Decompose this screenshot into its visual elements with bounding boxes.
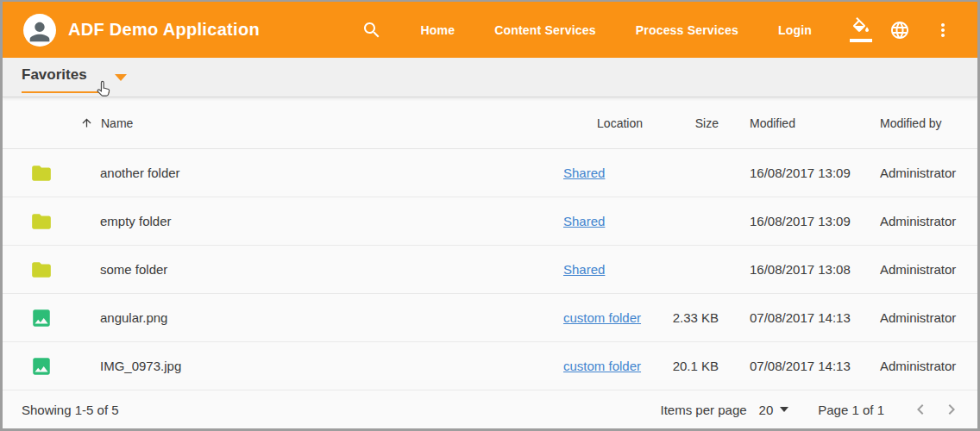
modified-cell: 16/08/2017 13:09 xyxy=(719,166,862,180)
column-header-size[interactable]: Size xyxy=(650,116,719,130)
table-row[interactable]: IMG_0973.jpg custom folder 20.1 KB 07/08… xyxy=(3,342,977,390)
location-link[interactable]: custom folder xyxy=(563,310,641,325)
row-type-icon-cell xyxy=(3,259,80,281)
table-header-row: Name Location Size Modified Modified by xyxy=(3,97,977,149)
location-link[interactable]: Shared xyxy=(563,166,605,180)
table-body: another folder Shared 16/08/2017 13:09 A… xyxy=(3,149,977,390)
file-name: empty folder xyxy=(80,214,563,228)
file-name: angular.png xyxy=(80,310,563,325)
table-row[interactable]: some folder Shared 16/08/2017 13:08 Admi… xyxy=(3,246,977,294)
folder-icon xyxy=(30,210,53,233)
table-row[interactable]: angular.png custom folder 2.33 KB 07/08/… xyxy=(3,294,977,342)
image-icon xyxy=(30,355,53,378)
chevron-right-icon xyxy=(941,399,962,420)
theme-color-underline xyxy=(850,39,872,42)
folder-icon xyxy=(30,259,53,281)
column-header-location[interactable]: Location xyxy=(563,116,650,130)
favorites-file-table: Name Location Size Modified Modified by … xyxy=(3,97,977,390)
modified-by-cell: Administrator xyxy=(862,310,977,325)
folder-icon xyxy=(30,162,53,184)
location-link[interactable]: Shared xyxy=(563,262,605,277)
file-name: another folder xyxy=(80,166,563,180)
location-link[interactable]: Shared xyxy=(563,214,605,228)
column-header-name[interactable]: Name xyxy=(80,116,563,130)
column-header-modified[interactable]: Modified xyxy=(719,116,862,130)
row-type-icon-cell xyxy=(3,355,80,378)
app-title: ADF Demo Application xyxy=(68,20,260,40)
nav-home[interactable]: Home xyxy=(420,23,455,37)
column-header-modified-by[interactable]: Modified by xyxy=(862,116,977,130)
file-name: some folder xyxy=(80,262,563,277)
sort-ascending-icon xyxy=(80,116,93,129)
search-icon[interactable] xyxy=(361,20,382,41)
row-type-icon-cell xyxy=(3,210,80,233)
size-cell: 20.1 KB xyxy=(650,359,719,373)
page-indicator: Page 1 of 1 xyxy=(818,403,884,417)
location-cell: Shared xyxy=(563,166,650,180)
user-avatar[interactable] xyxy=(23,14,56,47)
color-fill-icon[interactable] xyxy=(850,17,872,42)
app-header: ADF Demo Application Home Content Servic… xyxy=(3,2,977,58)
language-globe-icon[interactable] xyxy=(889,20,910,41)
chevron-down-icon[interactable] xyxy=(115,74,127,81)
modified-by-cell: Administrator xyxy=(862,359,977,373)
modified-by-cell: Administrator xyxy=(862,166,977,180)
items-per-page-value: 20 xyxy=(759,403,774,417)
nav-process-services[interactable]: Process Services xyxy=(636,23,738,37)
file-name: IMG_0973.jpg xyxy=(80,359,563,373)
size-cell: 2.33 KB xyxy=(650,310,719,325)
location-cell: custom folder xyxy=(563,359,650,373)
person-icon xyxy=(25,17,54,47)
location-link[interactable]: custom folder xyxy=(563,359,641,373)
showing-count: Showing 1-5 of 5 xyxy=(22,403,119,417)
image-icon xyxy=(30,307,53,329)
previous-page-button[interactable] xyxy=(910,399,931,420)
favorites-tab[interactable]: Favorites xyxy=(22,66,127,93)
favorites-title: Favorites xyxy=(22,66,110,93)
header-nav: Home Content Services Process Services L… xyxy=(361,17,977,42)
modified-cell: 16/08/2017 13:08 xyxy=(719,262,862,277)
pagination-footer: Showing 1-5 of 5 Items per page 20 Page … xyxy=(3,390,977,428)
location-cell: custom folder xyxy=(563,310,650,325)
adf-demo-window: ADF Demo Application Home Content Servic… xyxy=(0,0,980,431)
more-vert-icon[interactable] xyxy=(933,20,953,41)
table-row[interactable]: empty folder Shared 16/08/2017 13:09 Adm… xyxy=(3,197,977,246)
items-per-page-select[interactable]: 20 xyxy=(759,403,789,417)
modified-cell: 07/08/2017 14:13 xyxy=(719,310,862,325)
favorites-toolbar: Favorites xyxy=(3,58,977,97)
nav-login[interactable]: Login xyxy=(778,23,812,37)
row-type-icon-cell xyxy=(3,162,80,184)
pagination-controls: Items per page 20 Page 1 of 1 xyxy=(661,399,962,420)
chevron-down-icon xyxy=(780,407,788,412)
modified-cell: 07/08/2017 14:13 xyxy=(719,359,862,373)
location-cell: Shared xyxy=(563,214,650,228)
location-cell: Shared xyxy=(563,262,650,277)
nav-content-services[interactable]: Content Services xyxy=(494,23,596,37)
chevron-left-icon xyxy=(910,399,931,420)
items-per-page-label: Items per page xyxy=(661,403,747,417)
row-type-icon-cell xyxy=(3,307,80,329)
modified-cell: 16/08/2017 13:09 xyxy=(719,214,862,228)
next-page-button[interactable] xyxy=(941,399,962,420)
table-row[interactable]: another folder Shared 16/08/2017 13:09 A… xyxy=(3,149,977,197)
modified-by-cell: Administrator xyxy=(862,262,977,277)
modified-by-cell: Administrator xyxy=(862,214,977,228)
